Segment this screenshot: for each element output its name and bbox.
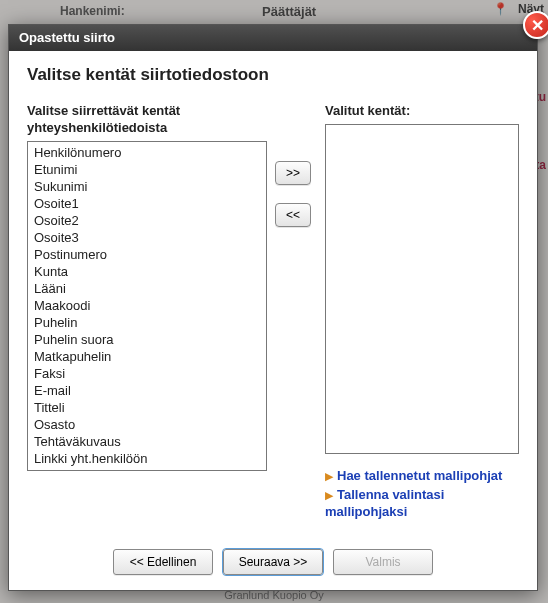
list-item[interactable]: Osoite1 (28, 195, 266, 212)
remove-button[interactable]: << (275, 203, 311, 227)
bullet-icon: ▶ (325, 470, 333, 482)
field-selector: Valitse siirrettävät kentät yhteyshenkil… (27, 103, 519, 523)
finish-button[interactable]: Valmis (333, 549, 433, 575)
list-item[interactable]: Matkapuhelin (28, 348, 266, 365)
list-item[interactable]: Puhelin suora (28, 331, 266, 348)
available-label: Valitse siirrettävät kentät yhteyshenkil… (27, 103, 267, 137)
list-item[interactable]: Linkki yht.henkilöön (28, 450, 266, 467)
wizard-dialog: ✕ Opastettu siirto Valitse kentät siirto… (8, 24, 538, 591)
load-templates-link[interactable]: Hae tallennetut mallipohjat (337, 468, 502, 483)
list-item[interactable]: Puhelin (28, 314, 266, 331)
list-item[interactable]: Osasto (28, 416, 266, 433)
list-item[interactable]: Etunimi (28, 161, 266, 178)
list-item[interactable]: Lääni (28, 280, 266, 297)
close-icon: ✕ (531, 16, 544, 35)
list-item[interactable]: Postinumero (28, 246, 266, 263)
dialog-title: Opastettu siirto (19, 30, 115, 45)
list-item[interactable]: Tehtäväkuvaus (28, 433, 266, 450)
list-item[interactable]: Osoite3 (28, 229, 266, 246)
bullet-icon: ▶ (325, 489, 333, 501)
previous-button[interactable]: << Edellinen (113, 549, 213, 575)
list-item[interactable]: Henkilönumero (28, 144, 266, 161)
next-button[interactable]: Seuraava >> (223, 549, 323, 575)
available-column: Valitse siirrettävät kentät yhteyshenkil… (27, 103, 267, 471)
list-item[interactable]: Kunta (28, 263, 266, 280)
available-listbox[interactable]: HenkilönumeroEtunimiSukunimiOsoite1Osoit… (27, 141, 267, 471)
list-item[interactable]: Osoite2 (28, 212, 266, 229)
page-heading: Valitse kentät siirtotiedostoon (27, 65, 519, 85)
save-template-link[interactable]: Tallenna valintasi mallipohjaksi (325, 487, 444, 519)
list-item[interactable]: Faksi (28, 365, 266, 382)
dialog-titlebar: Opastettu siirto (9, 25, 537, 51)
list-item[interactable]: Maakoodi (28, 297, 266, 314)
selected-column: Valitut kentät: ▶Hae tallennetut mallipo… (319, 103, 519, 523)
template-links: ▶Hae tallennetut mallipohjat ▶Tallenna v… (325, 468, 519, 521)
selected-label: Valitut kentät: (325, 103, 519, 120)
load-template-row: ▶Hae tallennetut mallipohjat (325, 468, 519, 485)
list-item[interactable]: Titteli (28, 399, 266, 416)
list-item[interactable]: E-mail (28, 382, 266, 399)
transfer-buttons: >> << (267, 103, 319, 245)
list-item[interactable]: Sukunimi (28, 178, 266, 195)
wizard-footer: << Edellinen Seuraava >> Valmis (27, 549, 519, 575)
dialog-content: Valitse kentät siirtotiedostoon Valitse … (9, 51, 537, 585)
selected-listbox[interactable] (325, 124, 519, 454)
save-template-row: ▶Tallenna valintasi mallipohjaksi (325, 487, 519, 521)
close-button[interactable]: ✕ (523, 11, 548, 39)
add-button[interactable]: >> (275, 161, 311, 185)
